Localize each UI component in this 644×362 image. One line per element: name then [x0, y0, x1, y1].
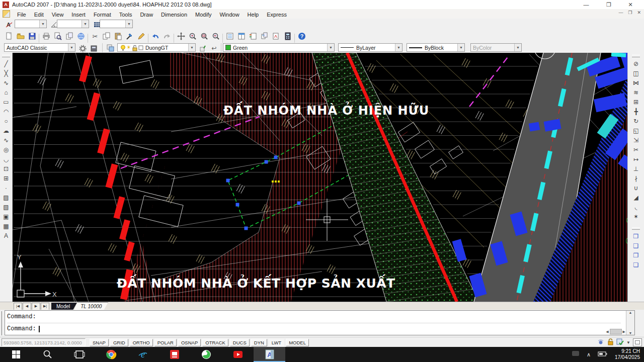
region-icon[interactable]: ▣	[1, 212, 12, 221]
help-icon[interactable]: ?	[296, 31, 307, 42]
3d-dwf-icon[interactable]	[75, 31, 87, 42]
text-style-combo[interactable]: ▼	[15, 20, 47, 28]
toggle-otrack[interactable]: OTRACK	[202, 339, 228, 346]
mirror-icon[interactable]: ⋈	[630, 78, 641, 87]
communication-center-icon[interactable]	[597, 338, 605, 347]
zoom-window-icon[interactable]	[198, 31, 210, 42]
minimize-button[interactable]: —	[579, 0, 594, 9]
tab-first-button[interactable]: |◀	[14, 303, 22, 310]
redo-icon[interactable]	[161, 31, 173, 42]
make-object-layer-current-icon[interactable]	[197, 43, 209, 54]
pan-icon[interactable]	[175, 31, 187, 42]
rectangle-icon[interactable]: ▭	[1, 97, 12, 107]
move-icon[interactable]: ╋	[630, 107, 641, 116]
layer-previous-icon[interactable]: ↩	[208, 43, 220, 54]
menu-help[interactable]: Help	[244, 11, 263, 19]
copy-icon[interactable]	[101, 31, 112, 42]
chevron-down-icon[interactable]: ▼	[68, 44, 75, 51]
tool-palettes-icon[interactable]	[247, 31, 259, 42]
designcenter-icon[interactable]	[235, 31, 247, 42]
toggle-osnap[interactable]: OSNAP	[178, 339, 201, 346]
taskbar-red-media-app-icon[interactable]	[158, 347, 190, 362]
menu-window[interactable]: Window	[215, 11, 243, 19]
scale-icon[interactable]: ◱	[630, 126, 641, 135]
toggle-model[interactable]: MODEL	[286, 339, 309, 346]
taskbar-green-browser-app-icon[interactable]	[190, 347, 222, 362]
sheetset-manager-icon[interactable]	[259, 31, 270, 42]
offset-icon[interactable]: ≋	[630, 87, 641, 97]
taskbar-search-icon[interactable]	[32, 347, 63, 362]
taskbar-task-view-icon[interactable]	[63, 347, 95, 362]
extend-icon[interactable]: ↦	[630, 154, 641, 164]
join-icon[interactable]: ∪	[630, 183, 641, 193]
markup-icon[interactable]	[270, 31, 282, 42]
toggle-grid[interactable]: GRID	[110, 339, 128, 346]
open-icon[interactable]	[15, 31, 26, 42]
construction-line-icon[interactable]: ╳	[1, 68, 12, 78]
layer-combo[interactable]: ☀ DuongGT ▼	[117, 43, 196, 52]
chevron-down-icon[interactable]: ▼	[125, 20, 132, 28]
doc-restore-button[interactable]: ❐	[628, 10, 632, 15]
chevron-down-icon[interactable]: ▼	[82, 20, 89, 28]
bring-above-objects-icon[interactable]: ❐	[630, 250, 641, 260]
menu-format[interactable]: Format	[90, 11, 115, 19]
toggle-ducs[interactable]: DUCS	[230, 339, 250, 346]
workspace-combo[interactable]: AutoCAD Classic ▼	[4, 43, 75, 52]
zoom-realtime-icon[interactable]	[187, 31, 198, 42]
menu-express[interactable]: Express	[263, 11, 291, 19]
menu-draw[interactable]: Draw	[136, 11, 157, 19]
my-workspace-icon[interactable]	[88, 43, 100, 54]
doc-minimize-button[interactable]: —	[618, 10, 623, 15]
undo-icon[interactable]	[149, 31, 161, 42]
command-history[interactable]: Command: Command: ▲ ▼ ◀ ▶	[5, 310, 635, 335]
command-hscrollbar[interactable]: ◀ ▶	[606, 329, 625, 334]
spline-icon[interactable]: ∿	[1, 135, 12, 145]
cut-icon[interactable]: ✂	[89, 31, 101, 42]
match-properties-icon[interactable]	[124, 31, 135, 42]
toggle-dyn[interactable]: DYN	[251, 339, 267, 346]
scroll-thumb[interactable]	[610, 329, 622, 334]
toolbar-lock-icon[interactable]	[607, 338, 614, 347]
close-button[interactable]: ✕	[623, 0, 638, 9]
layer-unlock-icon[interactable]	[131, 44, 138, 51]
menu-insert[interactable]: Insert	[67, 11, 90, 19]
validate-dwg-icon[interactable]	[616, 338, 624, 347]
quickcalc-icon[interactable]	[282, 31, 293, 42]
chevron-down-icon[interactable]: ▼	[457, 44, 464, 51]
ellipse-arc-icon[interactable]: ◡	[1, 154, 12, 164]
send-to-back-icon[interactable]: ❑	[630, 241, 641, 250]
chamfer-icon[interactable]: ◢	[630, 193, 641, 202]
scroll-up-icon[interactable]: ▲	[629, 311, 632, 314]
layer-thaw-sun-icon[interactable]: ☀	[126, 44, 131, 51]
doc-close-button[interactable]: ✕	[637, 10, 641, 15]
menu-dimension[interactable]: Dimension	[157, 11, 191, 19]
drawing-canvas[interactable]: XYĐẤT NHÓM NHÀ Ở HIỆN HỮUĐẤT NHÓM NHÀ Ở …	[13, 53, 627, 302]
erase-icon[interactable]: ⊘	[630, 59, 641, 68]
linetype-combo[interactable]: ByLayer ▼	[338, 43, 403, 52]
point-icon[interactable]: ∙	[1, 183, 12, 193]
revision-cloud-icon[interactable]: ☁	[1, 126, 12, 135]
clean-screen-button[interactable]	[633, 338, 642, 346]
ellipse-icon[interactable]: ◎	[1, 145, 12, 154]
menu-file[interactable]: File	[13, 11, 30, 19]
explode-icon[interactable]: ✶	[630, 212, 641, 221]
arc-icon[interactable]: ◠	[1, 107, 12, 116]
rotate-icon[interactable]: ↻	[630, 116, 641, 126]
scroll-down-icon[interactable]: ▼	[629, 331, 632, 335]
table-style-combo[interactable]: ▼	[100, 20, 133, 28]
plot-icon[interactable]	[40, 31, 52, 42]
tab-last-button[interactable]: ▶|	[41, 303, 49, 310]
tray-app-icon[interactable]	[572, 350, 580, 359]
gradient-icon[interactable]: ▧	[1, 202, 12, 212]
menu-edit[interactable]: Edit	[30, 11, 48, 19]
toggle-lwt[interactable]: LWT	[269, 339, 284, 346]
chevron-down-icon[interactable]: ▼	[39, 20, 46, 28]
stretch-icon[interactable]: ⇲	[630, 135, 641, 145]
toggle-ortho[interactable]: ORTHO	[130, 339, 153, 346]
tray-chevron-icon[interactable]: ∧	[587, 351, 591, 358]
bring-to-front-icon[interactable]: ❒	[630, 231, 641, 241]
cad-drawing[interactable]: XYĐẤT NHÓM NHÀ Ở HIỆN HỮUĐẤT NHÓM NHÀ Ở …	[13, 53, 627, 302]
line-icon[interactable]: ╱	[1, 59, 12, 68]
taskbar-clock[interactable]: 9:21 CH 17/04/2025	[615, 348, 640, 360]
break-icon[interactable]: ∤	[630, 173, 641, 183]
